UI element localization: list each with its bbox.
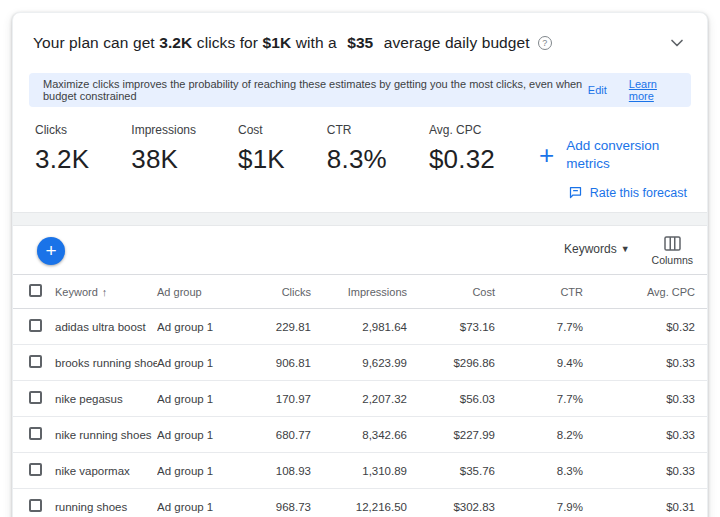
chevron-down-icon[interactable]	[667, 33, 687, 53]
keywords-table: Keyword↑ Ad group Clicks Impressions Cos…	[13, 274, 708, 517]
title-text: average daily budget	[384, 34, 530, 51]
ctr-cell: 7.9%	[509, 489, 597, 517]
add-keyword-button[interactable]: +	[37, 237, 65, 265]
avg-cpc-cell: $0.33	[597, 381, 708, 417]
avg-cpc-cell: $0.33	[597, 417, 708, 453]
metrics-row: Clicks 3.2K Impressions 38K Cost $1K CTR…	[13, 107, 707, 181]
metric-label: Cost	[238, 123, 285, 137]
clicks-cell: 906.81	[249, 345, 325, 381]
ad-group-cell: Ad group 1	[157, 453, 249, 489]
table-row[interactable]: nike vapormaxAd group 1108.931,310.89$35…	[13, 453, 708, 489]
cost-cell: $35.76	[421, 453, 509, 489]
table-body: adidas ultra boostAd group 1229.812,981.…	[13, 309, 708, 517]
table-row[interactable]: adidas ultra boostAd group 1229.812,981.…	[13, 309, 708, 345]
sort-ascending-icon: ↑	[102, 286, 108, 298]
column-header-cost[interactable]: Cost	[421, 275, 509, 309]
clicks-cell: 170.97	[249, 381, 325, 417]
avg-cpc-cell: $0.33	[597, 453, 708, 489]
impressions-cell: 12,216.50	[325, 489, 421, 517]
rate-row: Rate this forecast	[13, 181, 707, 212]
banner-text: Maximize clicks improves the probability…	[43, 78, 588, 102]
add-conversion-metrics-button[interactable]: + Add conversion metrics	[539, 137, 684, 172]
select-all-checkbox[interactable]	[29, 284, 42, 297]
column-header-ad-group[interactable]: Ad group	[157, 275, 249, 309]
rate-forecast-link[interactable]: Rate this forecast	[568, 185, 687, 200]
learn-more-link[interactable]: Learn more	[629, 78, 677, 102]
columns-icon	[664, 236, 681, 251]
clicks-cell: 968.73	[249, 489, 325, 517]
avg-cpc-cell: $0.33	[597, 345, 708, 381]
keyword-cell: nike pegasus	[55, 381, 157, 417]
chevron-down-icon: ▼	[621, 244, 630, 254]
column-header-ctr[interactable]: CTR	[509, 275, 597, 309]
keywords-dropdown-label: Keywords	[564, 242, 617, 256]
metric-clicks: Clicks 3.2K	[35, 123, 89, 175]
metric-value: 38K	[131, 144, 196, 175]
metric-value: 8.3%	[327, 144, 387, 175]
title-cost-value: $1K	[263, 34, 292, 51]
ctr-cell: 8.3%	[509, 453, 597, 489]
columns-button[interactable]: Columns	[652, 236, 693, 266]
cost-cell: $227.99	[421, 417, 509, 453]
row-checkbox[interactable]	[29, 319, 42, 332]
cost-cell: $302.83	[421, 489, 509, 517]
metric-cost: Cost $1K	[238, 123, 285, 175]
metric-label: Avg. CPC	[429, 123, 495, 137]
table-row[interactable]: brooks running shoesAd group 1906.819,62…	[13, 345, 708, 381]
info-banner: Maximize clicks improves the probability…	[29, 73, 691, 107]
cost-cell: $56.03	[421, 381, 509, 417]
help-icon[interactable]: ?	[538, 36, 552, 50]
title-text: with a	[296, 34, 337, 51]
cost-cell: $296.86	[421, 345, 509, 381]
keywords-dropdown[interactable]: Keywords ▼	[564, 242, 630, 266]
row-checkbox[interactable]	[29, 391, 42, 404]
column-header-keyword[interactable]: Keyword↑	[55, 275, 157, 309]
metric-label: Impressions	[131, 123, 196, 137]
ad-group-cell: Ad group 1	[157, 417, 249, 453]
keyword-cell: running shoes	[55, 489, 157, 517]
row-checkbox[interactable]	[29, 499, 42, 512]
metric-label: Clicks	[35, 123, 89, 137]
metric-impressions: Impressions 38K	[131, 123, 196, 175]
column-header-impressions[interactable]: Impressions	[325, 275, 421, 309]
columns-label: Columns	[652, 254, 693, 266]
table-row[interactable]: nike running shoesAd group 1680.778,342.…	[13, 417, 708, 453]
add-conversion-metrics-label: Add conversion metrics	[566, 137, 684, 172]
title-text: Your plan can get	[33, 34, 155, 51]
ad-group-cell: Ad group 1	[157, 489, 249, 517]
column-header-clicks[interactable]: Clicks	[249, 275, 325, 309]
metric-label: CTR	[327, 123, 387, 137]
page-title: Your plan can get 3.2K clicks for $1K wi…	[33, 34, 552, 52]
ctr-cell: 8.2%	[509, 417, 597, 453]
avg-cpc-cell: $0.31	[597, 489, 708, 517]
row-checkbox[interactable]	[29, 355, 42, 368]
impressions-cell: 9,623.99	[325, 345, 421, 381]
clicks-cell: 680.77	[249, 417, 325, 453]
avg-cpc-cell: $0.32	[597, 309, 708, 345]
ctr-cell: 9.4%	[509, 345, 597, 381]
ad-group-cell: Ad group 1	[157, 345, 249, 381]
column-header-avg-cpc[interactable]: Avg. CPC	[597, 275, 708, 309]
row-checkbox[interactable]	[29, 427, 42, 440]
cost-cell: $73.16	[421, 309, 509, 345]
table-header-row: Keyword↑ Ad group Clicks Impressions Cos…	[13, 275, 708, 309]
keyword-cell: adidas ultra boost	[55, 309, 157, 345]
impressions-cell: 1,310.89	[325, 453, 421, 489]
metric-ctr: CTR 8.3%	[327, 123, 387, 175]
table-row[interactable]: nike pegasusAd group 1170.972,207.32$56.…	[13, 381, 708, 417]
table-toolbar: + Keywords ▼ Columns	[13, 226, 707, 274]
metric-avg-cpc: Avg. CPC $0.32	[429, 123, 495, 175]
table-row[interactable]: running shoesAd group 1968.7312,216.50$3…	[13, 489, 708, 517]
ctr-cell: 7.7%	[509, 381, 597, 417]
ctr-cell: 7.7%	[509, 309, 597, 345]
row-checkbox[interactable]	[29, 463, 42, 476]
plus-icon: +	[539, 142, 554, 168]
clicks-cell: 229.81	[249, 309, 325, 345]
feedback-icon	[568, 185, 583, 200]
title-text: clicks for	[197, 34, 258, 51]
edit-link[interactable]: Edit	[588, 84, 607, 96]
title-clicks-value: 3.2K	[159, 34, 192, 51]
title-budget-value: $35	[347, 34, 373, 51]
rate-forecast-label: Rate this forecast	[590, 186, 687, 200]
ad-group-cell: Ad group 1	[157, 309, 249, 345]
